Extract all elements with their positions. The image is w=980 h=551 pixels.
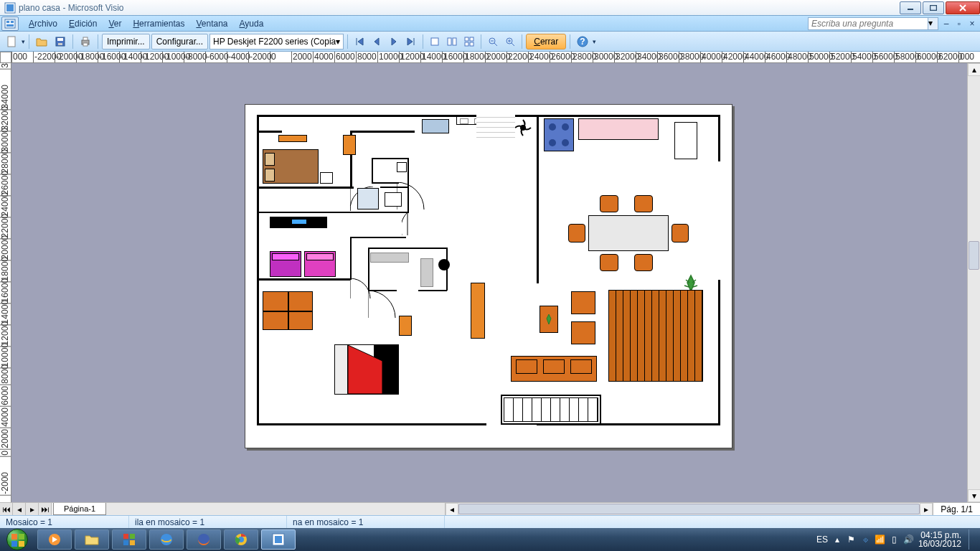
prev-page-button[interactable]	[369, 34, 385, 50]
zoom-in-button[interactable]	[502, 34, 518, 50]
furn-bed-1[interactable]	[263, 149, 319, 184]
open-button[interactable]	[33, 34, 50, 50]
furn-chair[interactable]	[672, 224, 689, 242]
task-app1[interactable]	[112, 529, 146, 550]
furn-chair[interactable]	[600, 195, 618, 212]
tray-show-hidden-icon[interactable]: ▴	[832, 534, 842, 545]
last-page-button[interactable]	[403, 34, 419, 50]
menu-herramientas[interactable]: Herramientas	[127, 17, 190, 30]
furn-stairs-2[interactable]	[476, 115, 515, 142]
tray-clock[interactable]: 04:15 p.m. 16/03/2012	[918, 531, 961, 548]
furn-chair[interactable]	[634, 254, 653, 271]
canvas-area[interactable]	[11, 63, 967, 502]
configure-button[interactable]: Configurar...	[151, 34, 208, 50]
furn-stove[interactable]	[544, 118, 574, 151]
furn-counter-2[interactable]	[578, 118, 659, 140]
tab-prev-button[interactable]: ◂	[13, 503, 26, 515]
minimize-button[interactable]	[900, 1, 921, 14]
tab-first-button[interactable]: ⏮	[0, 503, 13, 515]
page-tab-1[interactable]: Página-1	[53, 503, 106, 515]
furn-sink-kitchen[interactable]	[422, 119, 449, 133]
view-two-button[interactable]	[444, 34, 460, 50]
furn-pouf-icon[interactable]	[438, 258, 451, 271]
furn-sofa-twin-2[interactable]	[304, 251, 336, 277]
furn-dining-table[interactable]	[588, 215, 669, 251]
furn-chair[interactable]	[600, 254, 618, 271]
next-page-button[interactable]	[386, 34, 402, 50]
task-visio[interactable]	[261, 529, 296, 550]
help-search-dropdown[interactable]: ▾	[928, 17, 938, 30]
tray-language[interactable]: ES	[816, 534, 828, 545]
furn-fan-icon[interactable]	[514, 118, 532, 137]
doc-minimize-button[interactable]: –	[941, 19, 951, 29]
doc-close-button[interactable]: ×	[967, 19, 977, 29]
furn-tv[interactable]	[270, 217, 327, 228]
view-single-button[interactable]	[427, 34, 443, 50]
task-firefox[interactable]	[187, 529, 221, 550]
scroll-right-button[interactable]: ▸	[920, 503, 933, 516]
furn-dresser[interactable]	[278, 135, 307, 142]
furn-dresser-2[interactable]	[343, 135, 356, 155]
drawing-page[interactable]	[245, 104, 732, 448]
scroll-up-button[interactable]: ▴	[968, 63, 980, 76]
maximize-button[interactable]	[923, 1, 944, 14]
task-chrome[interactable]	[224, 529, 258, 550]
help-button[interactable]: ?	[574, 34, 591, 50]
menu-ver[interactable]: Ver	[103, 17, 127, 30]
horizontal-scrollbar[interactable]: ◂ ▸	[445, 503, 933, 515]
furn-shelf[interactable]	[263, 291, 313, 330]
furn-chair[interactable]	[568, 224, 585, 242]
tray-bluetooth-icon[interactable]: ⟐	[861, 534, 871, 545]
tab-last-button[interactable]: ⏭	[39, 503, 52, 515]
furn-nightstand-2[interactable]	[399, 316, 412, 336]
menu-archivo[interactable]: Archivo	[23, 17, 63, 30]
furn-chair[interactable]	[634, 195, 653, 212]
furn-armchair[interactable]	[571, 321, 595, 344]
furn-stool[interactable]	[420, 258, 433, 287]
show-desktop-button[interactable]	[969, 529, 974, 550]
furn-tv-stand[interactable]	[471, 283, 485, 339]
furn-plant-small-icon[interactable]	[542, 311, 555, 327]
print-button[interactable]	[77, 34, 94, 50]
furn-sofa-twin-1[interactable]	[270, 251, 301, 277]
furn-counter-3[interactable]	[370, 253, 409, 263]
save-button[interactable]	[52, 34, 69, 50]
task-explorer[interactable]	[75, 529, 109, 550]
task-ie[interactable]	[149, 529, 184, 550]
printer-dropdown[interactable]: HP Deskjet F2200 series (Copia▾	[209, 34, 344, 50]
tray-volume-icon[interactable]: 🔊	[904, 534, 914, 545]
furn-sink[interactable]	[385, 192, 402, 207]
scroll-left-button[interactable]: ◂	[446, 503, 458, 516]
scroll-thumb-h[interactable]	[458, 504, 920, 514]
new-document-button[interactable]	[3, 34, 20, 50]
furn-sink-2[interactable]	[397, 162, 407, 172]
doc-restore-button[interactable]: ▫	[954, 19, 964, 29]
tray-flag-icon[interactable]: ⚑	[847, 534, 857, 545]
furn-shower[interactable]	[357, 188, 379, 209]
tray-battery-icon[interactable]: ▯	[890, 534, 900, 545]
furn-sofa-large[interactable]	[608, 290, 703, 382]
tray-network-icon[interactable]: 📶	[875, 534, 885, 545]
view-grid-button[interactable]	[461, 34, 477, 50]
tab-next-button[interactable]: ▸	[26, 503, 39, 515]
furn-stairs[interactable]	[504, 397, 598, 422]
office-button[interactable]	[1, 17, 19, 31]
first-page-button[interactable]	[352, 34, 367, 50]
menu-ventana[interactable]: Ventana	[190, 17, 233, 30]
vertical-scrollbar[interactable]: ▴ ▾	[967, 63, 980, 502]
menu-ayuda[interactable]: Ayuda	[234, 17, 270, 30]
furn-fridge[interactable]	[674, 122, 697, 159]
furn-nightstand[interactable]	[320, 172, 333, 184]
task-mediaplayer[interactable]	[37, 529, 72, 550]
print-text-button[interactable]: Imprimir...	[102, 34, 150, 50]
menu-edicion[interactable]: Edición	[63, 17, 103, 30]
furn-armchair[interactable]	[571, 291, 595, 314]
start-button[interactable]	[0, 528, 34, 551]
help-search-input[interactable]	[808, 17, 928, 30]
close-button[interactable]	[946, 1, 980, 14]
furn-sofa-3seat[interactable]	[511, 356, 597, 382]
scroll-thumb-v[interactable]	[969, 241, 979, 270]
zoom-out-button[interactable]	[485, 34, 501, 50]
close-preview-button[interactable]: Cerrar	[526, 34, 566, 50]
furn-bed-2[interactable]	[334, 344, 399, 395]
